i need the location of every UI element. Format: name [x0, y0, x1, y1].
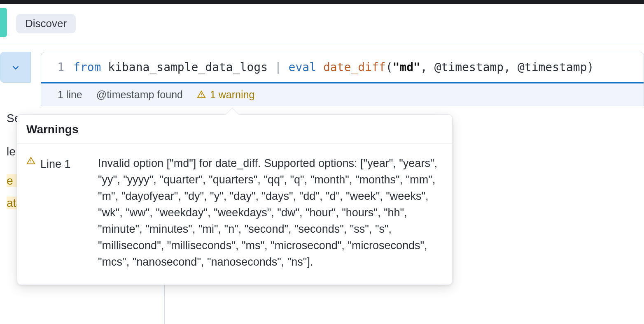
breadcrumb-discover[interactable]: Discover	[16, 14, 76, 33]
warning-icon	[26, 156, 35, 165]
chevron-down-icon	[11, 63, 20, 72]
code-content[interactable]: from kibana_sample_data_logs | eval date…	[73, 60, 594, 74]
query-editor[interactable]: 1 from kibana_sample_data_logs | eval da…	[41, 52, 644, 106]
status-timestamp-field: @timestamp found	[96, 89, 183, 101]
code-line[interactable]: 1 from kibana_sample_data_logs | eval da…	[41, 52, 644, 82]
window-top-bar	[0, 0, 644, 4]
status-line-count: 1 line	[58, 89, 82, 101]
warning-line-ref: Line 1	[26, 155, 88, 271]
warning-message: Invalid option ["md"] for date_diff. Sup…	[98, 155, 443, 271]
app-header: Discover	[0, 4, 644, 43]
breadcrumb-label: Discover	[25, 17, 67, 30]
line-number: 1	[41, 60, 73, 74]
status-warning-label: 1 warning	[210, 89, 254, 101]
app-color-badge	[0, 8, 7, 37]
warnings-popover: Warnings Line 1 Invalid option ["md"] fo…	[17, 114, 453, 285]
warning-icon	[197, 90, 206, 99]
warning-line-label: Line 1	[40, 156, 71, 173]
query-mode-dropdown[interactable]	[0, 52, 31, 83]
editor-status-bar: 1 line @timestamp found 1 warning	[41, 83, 644, 106]
status-warning-toggle[interactable]: 1 warning	[197, 89, 254, 101]
